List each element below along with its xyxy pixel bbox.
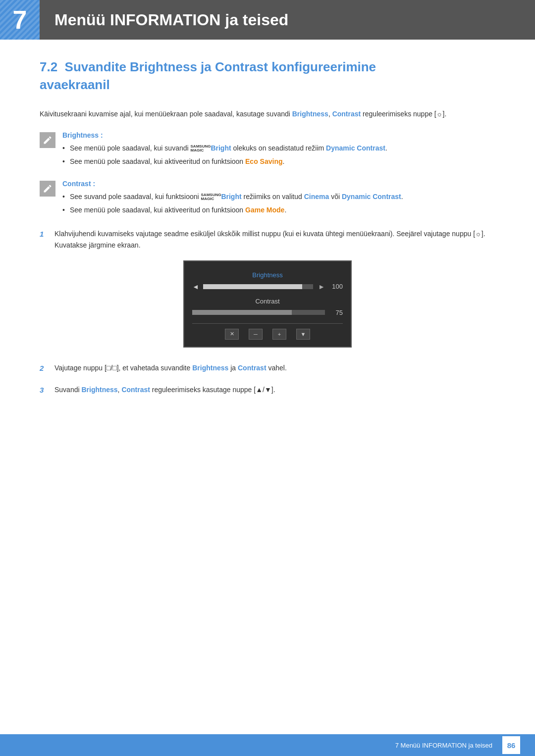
monitor-left-arrow: ◄ — [192, 283, 199, 291]
pencil-icon-2 — [43, 184, 53, 194]
monitor-contrast-row: 75 — [192, 309, 343, 316]
monitor-btn-down: ▼ — [296, 329, 310, 340]
step3-text: Suvandi Brightness, Contrast reguleerimi… — [54, 384, 275, 395]
brightness-note-icon — [40, 132, 55, 148]
section-heading: 7.2 Suvandite Brightness ja Contrast kon… — [40, 59, 495, 94]
pencil-icon — [43, 135, 53, 145]
step2-number: 2 — [40, 362, 48, 374]
monitor-brightness-label: Brightness — [192, 271, 343, 279]
brightness-bullet-2: See menüü pole saadaval, kui aktiveeritu… — [62, 156, 495, 167]
chapter-number: 7 — [13, 5, 27, 35]
brightness-note-content: Brightness : See menüü pole saadaval, ku… — [62, 131, 495, 170]
step3-block: 3 Suvandi Brightness, Contrast reguleeri… — [40, 384, 495, 396]
monitor-right-arrow: ► — [318, 283, 325, 291]
monitor-buttons: ✕ ─ + ▼ — [192, 323, 343, 340]
monitor-contrast-section: Contrast 75 — [192, 298, 343, 316]
monitor-btn-minus: ─ — [249, 329, 263, 340]
monitor-widget: Brightness ◄ ► 100 Contrast 75 ✕ ─ — [183, 260, 352, 348]
footer-page-number: 86 — [502, 736, 520, 754]
main-content: 7.2 Suvandite Brightness ja Contrast kon… — [0, 59, 535, 446]
monitor-btn-x: ✕ — [225, 329, 239, 340]
monitor-contrast-value: 75 — [329, 309, 343, 316]
step1-block: 1 Klahvijuhendi kuvamiseks vajutage sead… — [40, 228, 495, 251]
brightness-note-label: Brightness : — [62, 131, 495, 139]
page-footer: 7 Menüü INFORMATION ja teised 86 — [0, 734, 535, 756]
chapter-title: Menüü INFORMATION ja teised — [40, 0, 288, 40]
monitor-contrast-bar — [192, 310, 325, 315]
page-header: 7 Menüü INFORMATION ja teised — [0, 0, 535, 40]
brightness-note-block: Brightness : See menüü pole saadaval, ku… — [40, 131, 495, 170]
footer-text: 7 Menüü INFORMATION ja teised — [395, 742, 492, 749]
brightness-bullet-list: See menüü pole saadaval, kui suvandi SAM… — [62, 143, 495, 167]
monitor-btn-plus: + — [272, 329, 286, 340]
section-title-line2: avaekraanil — [40, 77, 495, 94]
step2-block: 2 Vajutage nuppu [□/□], et vahetada suva… — [40, 362, 495, 374]
monitor-brightness-row: ◄ ► 100 — [192, 283, 343, 291]
monitor-contrast-label: Contrast — [192, 298, 343, 305]
step2-text: Vajutage nuppu [□/□], et vahetada suvand… — [54, 362, 287, 373]
contrast-note-content: Contrast : See suvand pole saadaval, kui… — [62, 180, 495, 218]
contrast-bullet-2: See menüü pole saadaval, kui aktiveeritu… — [62, 205, 495, 215]
contrast-bullet-list: See suvand pole saadaval, kui funktsioon… — [62, 192, 495, 215]
chapter-number-block: 7 — [0, 0, 40, 40]
brightness-bullet-1: See menüü pole saadaval, kui suvandi SAM… — [62, 143, 495, 153]
contrast-note-icon — [40, 181, 55, 197]
contrast-bullet-1: See suvand pole saadaval, kui funktsioon… — [62, 192, 495, 202]
step1-text: Klahvijuhendi kuvamiseks vajutage seadme… — [54, 228, 495, 251]
contrast-note-label: Contrast : — [62, 180, 495, 188]
monitor-contrast-fill — [192, 310, 292, 315]
monitor-brightness-bar — [203, 284, 313, 289]
intro-paragraph: Käivitusekraani kuvamise ajal, kui menüü… — [40, 108, 495, 119]
step1-number: 1 — [40, 228, 48, 240]
monitor-brightness-fill — [203, 284, 302, 289]
monitor-brightness-value: 100 — [329, 283, 343, 290]
contrast-note-block: Contrast : See suvand pole saadaval, kui… — [40, 180, 495, 218]
step3-number: 3 — [40, 384, 48, 396]
section-number: 7.2 Suvandite Brightness ja Contrast kon… — [40, 59, 495, 75]
